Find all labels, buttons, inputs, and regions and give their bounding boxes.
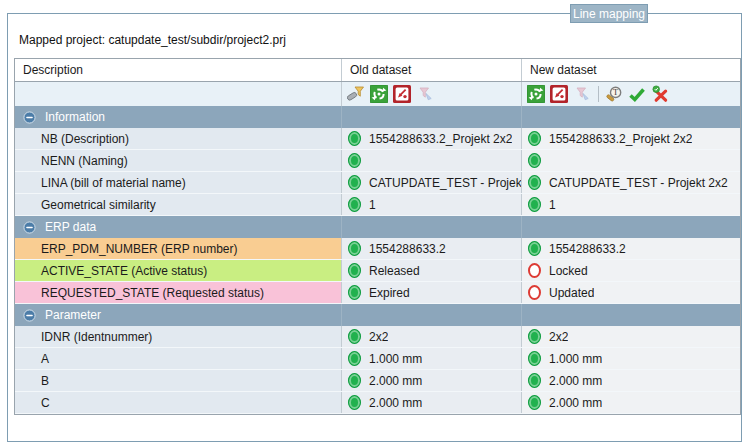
row-label: A <box>41 352 49 366</box>
status-changed-icon <box>528 263 541 278</box>
collapse-minus-icon[interactable] <box>23 111 36 124</box>
table-row-active-state[interactable]: ACTIVE_STATE (Active status) Released Lo… <box>15 260 740 282</box>
status-ok-icon <box>348 153 361 168</box>
group-row-parameter[interactable]: Parameter <box>15 304 740 326</box>
status-ok-icon <box>348 175 361 190</box>
status-ok-icon <box>528 175 541 190</box>
row-label: NB (Description) <box>41 132 129 146</box>
line-mapping-tab[interactable]: Line mapping <box>570 4 648 23</box>
column-header-description[interactable]: Description <box>15 59 341 81</box>
table-row-a[interactable]: A 1.000 mm 1.000 mm <box>15 348 740 370</box>
status-ok-icon <box>528 131 541 146</box>
row-label: LINA (bill of material name) <box>41 176 186 190</box>
toolbar-row: T <box>15 82 740 106</box>
row-label: Geometrical similarity <box>41 198 156 212</box>
status-ok-icon <box>348 263 361 278</box>
accept-check-icon[interactable] <box>628 85 646 103</box>
row-label: IDNR (Identnummer) <box>41 330 152 344</box>
group-row-erp-data[interactable]: ERP data <box>15 216 740 238</box>
status-ok-icon <box>528 153 541 168</box>
table-row-nenn[interactable]: NENN (Naming) <box>15 150 740 172</box>
column-header-new-dataset[interactable]: New dataset <box>521 59 740 81</box>
row-label: ACTIVE_STATE (Active status) <box>41 264 207 278</box>
line-mapping-panel: Mapped project: catupdate_test/subdir/pr… <box>7 13 742 442</box>
filter-disabled-icon[interactable] <box>573 85 591 103</box>
funnel-filter-icon[interactable] <box>347 85 365 103</box>
status-ok-icon <box>528 351 541 366</box>
status-ok-icon <box>528 241 541 256</box>
collapse-minus-icon[interactable] <box>23 309 36 322</box>
column-header-old-dataset[interactable]: Old dataset <box>341 59 521 81</box>
status-ok-icon <box>348 131 361 146</box>
table-row-erp-pdm-number[interactable]: ERP_PDM_NUMBER (ERP number) 1554288633.2… <box>15 238 740 260</box>
row-label: B <box>41 374 49 388</box>
row-label: REQUESTED_STATE (Requested status) <box>41 286 264 300</box>
group-label: Information <box>45 110 105 124</box>
status-ok-icon <box>348 351 361 366</box>
table-row-geometrical-similarity[interactable]: Geometrical similarity 1 1 <box>15 194 740 216</box>
filter-disabled-icon[interactable] <box>416 85 434 103</box>
table-row-b[interactable]: B 2.000 mm 2.000 mm <box>15 370 740 392</box>
collapse-minus-icon[interactable] <box>23 221 36 234</box>
table-row-idnr[interactable]: IDNR (Identnummer) 2x2 2x2 <box>15 326 740 348</box>
toolbar-separator <box>598 86 599 102</box>
table-row-lina[interactable]: LINA (bill of material name) CATUPDATE_T… <box>15 172 740 194</box>
mapping-table: Description Old dataset New dataset <box>14 58 741 415</box>
search-text-icon[interactable]: T <box>605 85 623 103</box>
table-header-row: Description Old dataset New dataset <box>15 59 740 82</box>
status-changed-icon <box>528 285 541 300</box>
export-red-icon[interactable] <box>393 85 411 103</box>
mapped-project-label: Mapped project: catupdate_test/subdir/pr… <box>19 33 286 47</box>
group-label: ERP data <box>45 220 96 234</box>
export-red-icon[interactable] <box>550 85 568 103</box>
status-ok-icon <box>528 373 541 388</box>
group-label: Parameter <box>45 308 101 322</box>
table-row-nb[interactable]: NB (Description) 1554288633.2_Projekt 2x… <box>15 128 740 150</box>
table-row-c[interactable]: C 2.000 mm 2.000 mm <box>15 392 740 414</box>
reject-cross-icon[interactable] <box>651 85 669 103</box>
toolbar-cell-new-dataset: T <box>521 82 740 106</box>
status-ok-icon <box>348 285 361 300</box>
row-label: NENN (Naming) <box>41 154 128 168</box>
status-ok-icon <box>528 197 541 212</box>
status-ok-icon <box>348 329 361 344</box>
group-row-information[interactable]: Information <box>15 106 740 128</box>
status-ok-icon <box>348 395 361 410</box>
toolbar-cell-description <box>15 82 341 106</box>
refresh-icon[interactable] <box>527 85 545 103</box>
status-ok-icon <box>528 329 541 344</box>
status-ok-icon <box>348 241 361 256</box>
toolbar-cell-old-dataset <box>341 82 521 106</box>
row-label: ERP_PDM_NUMBER (ERP number) <box>41 242 238 256</box>
refresh-icon[interactable] <box>370 85 388 103</box>
status-ok-icon <box>348 373 361 388</box>
status-ok-icon <box>528 395 541 410</box>
table-row-requested-state[interactable]: REQUESTED_STATE (Requested status) Expir… <box>15 282 740 304</box>
svg-text:T: T <box>613 87 619 97</box>
status-ok-icon <box>348 197 361 212</box>
row-label: C <box>41 396 50 410</box>
